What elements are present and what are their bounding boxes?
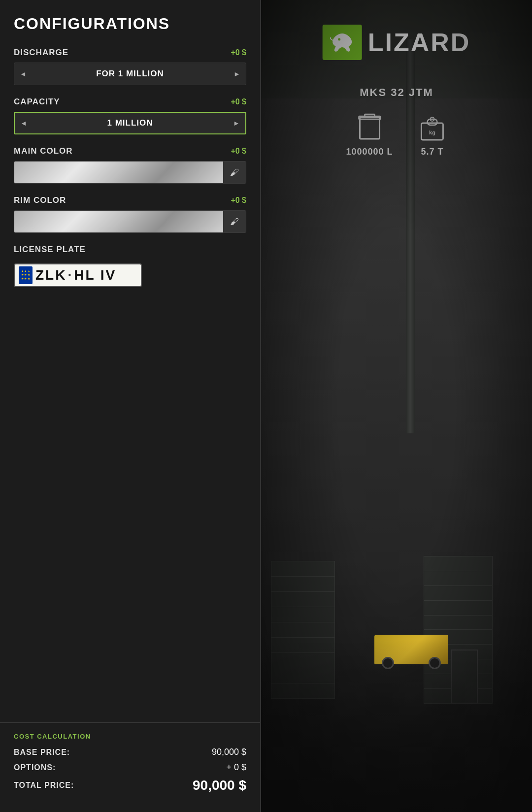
brand-name: LIZARD <box>368 28 471 57</box>
vehicle-wheel-right <box>429 657 441 669</box>
warehouse-small-door <box>451 650 478 704</box>
capacity-price: +0 $ <box>231 97 246 106</box>
lizard-logo-icon <box>330 32 355 53</box>
main-color-picker-button[interactable]: 🖌 <box>223 162 246 183</box>
discharge-section-header: DISCHARGE +0 $ <box>14 48 246 58</box>
left-panel: CONFIGURATIONS DISCHARGE +0 $ ◄ FOR 1 MI… <box>0 0 261 812</box>
base-price-label: BASE PRICE: <box>14 748 70 757</box>
rim-color-picker-button[interactable]: 🖌 <box>223 211 246 232</box>
capacity-stat-value: 1000000 L <box>346 147 393 157</box>
lizard-logo-box <box>323 25 362 60</box>
svg-rect-1 <box>360 117 379 139</box>
cost-section: COST CALCULATION BASE PRICE: 90,000 $ OP… <box>0 722 260 812</box>
capacity-stat: 1000000 L <box>346 113 393 157</box>
stats-area: 1000000 L kg 5.7 T <box>346 113 447 157</box>
total-price-value: 90,000 $ <box>193 778 246 793</box>
product-model: MKS 32 JTM <box>360 86 433 99</box>
license-plate-header: LICENSE PLATE <box>14 245 246 255</box>
license-plate-label: LICENSE PLATE <box>14 245 86 255</box>
page-title: CONFIGURATIONS <box>14 15 246 33</box>
capacity-icon <box>355 113 384 143</box>
discharge-value: FOR 1 MILLION <box>32 69 228 79</box>
cost-section-label: COST CALCULATION <box>14 733 246 740</box>
plate-flag-icon: ★ ★ ★★ ★ ★★ ★ ★ <box>19 266 33 284</box>
options-label: OPTIONS: <box>14 763 56 772</box>
main-color-label: MAIN COLOR <box>14 146 73 156</box>
discharge-label: DISCHARGE <box>14 48 68 58</box>
config-scroll-area[interactable]: CONFIGURATIONS DISCHARGE +0 $ ◄ FOR 1 MI… <box>0 0 260 722</box>
capacity-label: CAPACITY <box>14 97 60 107</box>
svg-point-0 <box>338 38 340 41</box>
rim-color-section-header: RIM COLOR +0 $ <box>14 195 246 205</box>
rim-color-preview <box>14 211 223 232</box>
options-value: + 0 $ <box>226 762 246 773</box>
svg-text:kg: kg <box>429 130 435 135</box>
garage-door-left <box>271 561 335 699</box>
vehicle-wheel-left <box>382 657 394 669</box>
capacity-prev-button[interactable]: ◄ <box>15 113 33 133</box>
chevron-left-icon: ◄ <box>20 70 27 78</box>
main-color-section-header: MAIN COLOR +0 $ <box>14 146 246 156</box>
rim-color-selector[interactable]: 🖌 <box>14 210 246 233</box>
base-price-value: 90,000 $ <box>212 747 246 757</box>
rim-color-label: RIM COLOR <box>14 195 66 205</box>
paint-roller-icon: 🖌 <box>230 167 239 178</box>
weight-icon: kg <box>418 113 447 143</box>
main-color-price: +0 $ <box>231 147 246 156</box>
main-color-selector[interactable]: 🖌 <box>14 161 246 184</box>
base-price-row: BASE PRICE: 90,000 $ <box>14 747 246 757</box>
license-plate-display[interactable]: ★ ★ ★★ ★ ★★ ★ ★ ZLK·HL IV <box>14 263 142 287</box>
main-color-preview <box>14 162 223 183</box>
capacity-value: 1 MILLION <box>33 118 228 128</box>
rim-color-price: +0 $ <box>231 196 246 205</box>
discharge-prev-button[interactable]: ◄ <box>14 63 32 85</box>
paint-roller-icon: 🖌 <box>230 217 239 227</box>
eu-stars: ★ ★ ★★ ★ ★★ ★ ★ <box>21 270 30 281</box>
brand-area: LIZARD <box>323 25 471 60</box>
capacity-section-header: CAPACITY +0 $ <box>14 97 246 107</box>
chevron-right-icon: ► <box>233 70 240 78</box>
vehicle-body <box>374 635 448 664</box>
svg-rect-7 <box>428 119 437 125</box>
right-panel: LIZARD MKS 32 JTM 1000000 L k <box>261 0 532 812</box>
vehicle-display <box>374 635 448 674</box>
license-plate-section: LICENSE PLATE ★ ★ ★★ ★ ★★ ★ ★ ZLK·HL IV <box>14 245 246 287</box>
product-info: MKS 32 JTM <box>360 86 433 99</box>
license-plate-value: ZLK·HL IV <box>35 267 116 283</box>
capacity-next-button[interactable]: ► <box>228 113 245 133</box>
chevron-left-icon: ◄ <box>20 119 27 127</box>
weight-stat-value: 5.7 T <box>421 147 444 157</box>
capacity-selector[interactable]: ◄ 1 MILLION ► <box>14 112 246 134</box>
discharge-selector[interactable]: ◄ FOR 1 MILLION ► <box>14 63 246 85</box>
total-price-row: TOTAL PRICE: 90,000 $ <box>14 778 246 793</box>
weight-stat: kg 5.7 T <box>418 113 447 157</box>
discharge-next-button[interactable]: ► <box>228 63 246 85</box>
discharge-price: +0 $ <box>231 48 246 57</box>
chevron-right-icon: ► <box>233 119 240 127</box>
options-row: OPTIONS: + 0 $ <box>14 762 246 773</box>
total-price-label: TOTAL PRICE: <box>14 781 74 790</box>
